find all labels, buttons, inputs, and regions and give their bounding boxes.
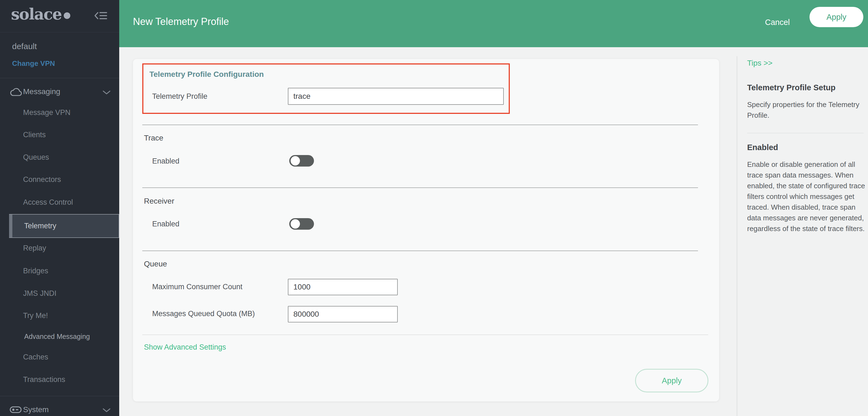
page-header: New Telemetry Profile Cancel Apply [119, 0, 868, 47]
system-icon [9, 405, 22, 414]
logo-dot [64, 12, 70, 19]
sidebar-section-system[interactable]: System [23, 405, 49, 414]
tips-toggle-link[interactable]: Tips >> [747, 59, 772, 68]
sidebar-item-connectors[interactable]: Connectors [23, 175, 61, 184]
receiver-enabled-label: Enabled [152, 220, 179, 228]
current-vpn-name: default [12, 42, 37, 51]
change-vpn-link[interactable]: Change VPN [12, 59, 55, 68]
config-section-title: Telemetry Profile Configuration [149, 70, 264, 79]
max-consumer-count-label: Maximum Consumer Count [152, 283, 243, 291]
tips-body-enabled: Enable or disable generation of all trac… [747, 159, 868, 234]
sidebar-item-jms-jndi[interactable]: JMS JNDI [23, 289, 57, 298]
sidebar-item-clients[interactable]: Clients [23, 131, 46, 139]
receiver-section-title: Receiver [144, 197, 174, 206]
trace-enabled-toggle[interactable] [289, 155, 314, 167]
sidebar-item-transactions[interactable]: Transactions [23, 375, 65, 384]
sidebar-section-messaging[interactable]: Messaging [23, 87, 60, 96]
chevron-down-icon[interactable] [102, 90, 111, 95]
trace-section-title: Trace [144, 134, 163, 142]
tips-heading-enabled: Enabled [747, 143, 778, 152]
tips-divider [747, 133, 864, 133]
tips-panel-divider [737, 56, 737, 416]
section-divider [142, 250, 698, 251]
toggle-knob [290, 156, 300, 166]
messages-queued-quota-input[interactable] [288, 306, 398, 322]
telemetry-profile-form-card: Telemetry Profile Configuration Telemetr… [133, 59, 719, 402]
tips-heading-setup: Telemetry Profile Setup [747, 83, 836, 92]
chevron-down-icon[interactable] [102, 408, 111, 413]
sidebar-item-queues[interactable]: Queues [23, 153, 49, 162]
apply-button-header[interactable]: Apply [809, 7, 863, 27]
sidebar-item-advanced-messaging[interactable]: Advanced Messaging [24, 333, 90, 341]
sidebar-item-try-me[interactable]: Try Me! [23, 311, 48, 320]
receiver-enabled-toggle[interactable] [289, 218, 314, 230]
sidebar-item-message-vpn[interactable]: Message VPN [23, 108, 71, 117]
sidebar: solace default Change VPN Messaging Mess… [0, 0, 119, 416]
section-divider [142, 187, 698, 188]
collapse-sidebar-icon[interactable] [94, 9, 108, 22]
sidebar-divider [0, 396, 119, 396]
toggle-knob [290, 219, 300, 229]
apply-button-form[interactable]: Apply [635, 369, 708, 392]
trace-enabled-label: Enabled [152, 157, 179, 166]
telemetry-profile-input[interactable] [288, 88, 504, 105]
logo-row: solace [0, 0, 119, 32]
section-divider [142, 125, 698, 125]
messages-queued-quota-label: Messages Queued Quota (MB) [152, 310, 255, 318]
solace-logo: solace [11, 5, 70, 23]
section-divider-light [142, 335, 708, 335]
highlighted-config-section: Telemetry Profile Configuration Telemetr… [142, 63, 510, 114]
cloud-icon [9, 87, 23, 97]
sidebar-item-bridges[interactable]: Bridges [23, 267, 48, 275]
max-consumer-count-input[interactable] [288, 279, 398, 295]
logo-text: solace [11, 5, 62, 23]
sidebar-item-caches[interactable]: Caches [23, 353, 48, 361]
page-title: New Telemetry Profile [133, 16, 229, 28]
sidebar-item-replay[interactable]: Replay [23, 244, 46, 252]
tips-body-setup: Specify properties for the Telemetry Pro… [747, 99, 868, 121]
cancel-button[interactable]: Cancel [763, 18, 792, 27]
sidebar-item-telemetry-selected[interactable]: Telemetry [9, 214, 119, 238]
queue-section-title: Queue [144, 259, 167, 268]
telemetry-profile-label: Telemetry Profile [152, 92, 207, 101]
sidebar-item-telemetry-label: Telemetry [24, 222, 56, 230]
sidebar-item-access-control[interactable]: Access Control [23, 198, 73, 207]
show-advanced-settings-link[interactable]: Show Advanced Settings [144, 343, 226, 351]
